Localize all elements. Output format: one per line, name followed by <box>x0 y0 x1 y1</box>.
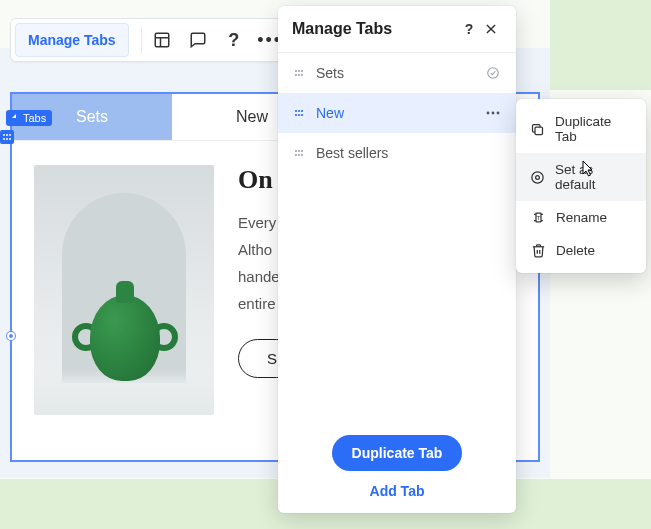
svg-point-12 <box>295 70 297 72</box>
tab-row-label: Best sellers <box>316 145 474 161</box>
drag-handle-icon[interactable] <box>0 130 14 144</box>
manage-tabs-button[interactable]: Manage Tabs <box>15 23 129 57</box>
svg-point-32 <box>298 154 300 156</box>
tab-row-new[interactable]: New <box>278 93 516 133</box>
tab-row-bestsellers[interactable]: Best sellers <box>278 133 516 173</box>
target-icon <box>530 170 545 185</box>
drag-dots-icon <box>292 148 306 158</box>
panel-header: Manage Tabs ? <box>278 6 516 53</box>
svg-point-26 <box>492 112 495 115</box>
default-badge-icon <box>484 66 502 80</box>
svg-marker-3 <box>12 114 16 118</box>
ctx-label: Rename <box>556 210 607 225</box>
svg-point-18 <box>488 68 499 79</box>
svg-point-13 <box>298 70 300 72</box>
ctx-label: Delete <box>556 243 595 258</box>
svg-point-35 <box>532 171 543 182</box>
tabs-chip-label: Tabs <box>23 112 46 124</box>
svg-point-7 <box>3 138 5 140</box>
resize-handle[interactable] <box>7 332 15 340</box>
editor-toolbar: Manage Tabs ? ••• <box>10 18 293 62</box>
svg-point-9 <box>9 138 11 140</box>
tab-row-label: Sets <box>316 65 474 81</box>
help-icon[interactable]: ? <box>216 23 252 57</box>
product-image <box>34 165 214 415</box>
chat-icon[interactable] <box>180 23 216 57</box>
svg-point-33 <box>301 154 303 156</box>
svg-point-30 <box>301 150 303 152</box>
row-more-icon[interactable] <box>484 111 502 115</box>
drag-dots-icon <box>292 108 306 118</box>
manage-tabs-panel: Manage Tabs ? Sets New Best sellers Dupl… <box>278 6 516 513</box>
svg-point-14 <box>301 70 303 72</box>
svg-text:T: T <box>536 214 540 221</box>
svg-point-31 <box>295 154 297 156</box>
svg-point-24 <box>301 114 303 116</box>
panel-spacer <box>278 173 516 421</box>
svg-point-29 <box>298 150 300 152</box>
svg-point-28 <box>295 150 297 152</box>
svg-point-25 <box>487 112 490 115</box>
svg-rect-34 <box>535 127 543 135</box>
svg-point-19 <box>295 110 297 112</box>
panel-actions: Duplicate Tab Add Tab <box>278 421 516 513</box>
trash-icon <box>530 243 546 258</box>
panel-help-icon[interactable]: ? <box>458 21 480 37</box>
context-menu: Duplicate Tab Set as default T Rename De… <box>516 99 646 273</box>
tab-row-sets[interactable]: Sets <box>278 53 516 93</box>
drag-dots-icon <box>292 68 306 78</box>
svg-point-16 <box>298 74 300 76</box>
background-band-top <box>550 0 651 90</box>
svg-point-27 <box>497 112 500 115</box>
svg-point-5 <box>6 134 8 136</box>
svg-point-21 <box>301 110 303 112</box>
toolbar-separator <box>141 27 142 53</box>
svg-point-22 <box>295 114 297 116</box>
ctx-label: Duplicate Tab <box>555 114 632 144</box>
svg-point-20 <box>298 110 300 112</box>
svg-point-23 <box>298 114 300 116</box>
rename-icon: T <box>530 210 546 225</box>
pointer-cursor-icon <box>578 160 596 184</box>
ctx-rename[interactable]: T Rename <box>516 201 646 234</box>
svg-point-6 <box>9 134 11 136</box>
panel-close-icon[interactable] <box>480 22 502 36</box>
svg-point-36 <box>536 175 540 179</box>
svg-point-15 <box>295 74 297 76</box>
duplicate-icon <box>530 122 545 137</box>
add-tab-link[interactable]: Add Tab <box>370 483 425 499</box>
svg-rect-0 <box>155 33 169 47</box>
svg-point-4 <box>3 134 5 136</box>
layout-icon[interactable] <box>144 23 180 57</box>
tab-row-label: New <box>316 105 474 121</box>
panel-title: Manage Tabs <box>292 20 458 38</box>
tabs-element-chip[interactable]: Tabs <box>6 110 52 126</box>
duplicate-tab-button[interactable]: Duplicate Tab <box>332 435 463 471</box>
svg-point-8 <box>6 138 8 140</box>
ctx-delete[interactable]: Delete <box>516 234 646 267</box>
svg-point-17 <box>301 74 303 76</box>
ctx-duplicate-tab[interactable]: Duplicate Tab <box>516 105 646 153</box>
